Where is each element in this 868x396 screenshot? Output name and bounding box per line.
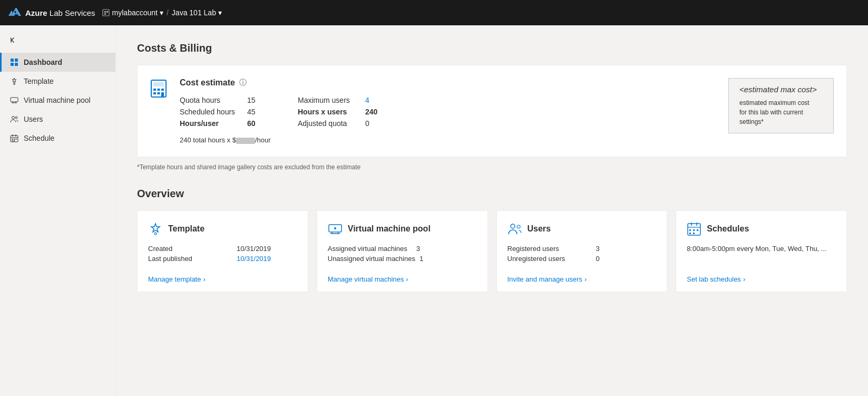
manage-template-link[interactable]: Manage template › — [148, 275, 297, 283]
users-icon — [10, 115, 18, 123]
top-navigation: Azure Lab Services mylabaccount ▾ / Java… — [0, 0, 868, 25]
vm-pool-card-icon — [328, 221, 343, 236]
unassigned-vms-value: 1 — [420, 255, 423, 263]
assigned-vms-value: 3 — [416, 245, 420, 253]
estimate-label: <estimated max cost> — [739, 85, 823, 94]
registered-users-row: Registered users 3 — [508, 245, 657, 253]
svg-rect-26 — [153, 82, 164, 86]
brand-azure: Azure — [25, 8, 47, 17]
schedules-card-body: 8:00am-5:00pm every Mon, Tue, Wed, Thu, … — [687, 245, 836, 265]
estimate-box: <estimated max cost> estimated maximum c… — [728, 78, 834, 133]
invite-users-link[interactable]: Invite and manage users › — [508, 275, 657, 283]
dashboard-icon — [10, 58, 18, 66]
manage-vms-link[interactable]: Manage virtual machines › — [328, 275, 477, 283]
svg-rect-27 — [153, 89, 156, 91]
max-users-value: 4 — [365, 96, 369, 104]
sidebar-label-template: Template — [24, 77, 54, 85]
scheduled-hours-label: Scheduled hours — [180, 108, 243, 116]
template-card-icon — [148, 221, 163, 236]
svg-rect-1 — [104, 11, 106, 13]
svg-rect-47 — [693, 229, 695, 231]
info-icon[interactable]: ⓘ — [239, 78, 247, 88]
account-dropdown-icon: ▾ — [160, 8, 163, 17]
lab-name: Java 101 Lab — [172, 8, 216, 17]
template-published-row: Last published 10/31/2019 — [148, 255, 297, 263]
unassigned-vms-row: Unassigned virtual machines 1 — [328, 255, 477, 263]
svg-point-8 — [14, 83, 15, 85]
price-placeholder — [236, 138, 255, 144]
breadcrumb: mylabaccount ▾ / Java 101 Lab ▾ — [102, 8, 222, 17]
sidebar-collapse-button[interactable] — [0, 32, 115, 53]
registered-users-value: 3 — [596, 245, 600, 253]
svg-rect-50 — [693, 233, 695, 234]
account-name: mylabaccount — [112, 8, 158, 17]
schedule-icon — [10, 134, 18, 142]
svg-rect-23 — [12, 140, 13, 141]
hours-per-user-row: Hours/user 60 — [180, 119, 285, 128]
scheduled-hours-row: Scheduled hours 45 — [180, 108, 285, 116]
adjusted-quota-label: Adjusted quota — [298, 119, 361, 128]
template-created-label: Created — [148, 245, 232, 253]
svg-rect-10 — [11, 98, 18, 102]
assigned-vms-label: Assigned virtual machines — [328, 245, 412, 253]
costs-billing-title: Costs & Billing — [137, 42, 847, 54]
sidebar-item-dashboard[interactable]: Dashboard — [0, 53, 115, 72]
template-icon — [10, 77, 18, 85]
template-card-body: Created 10/31/2019 Last published 10/31/… — [148, 245, 297, 265]
svg-rect-5 — [15, 59, 18, 62]
vm-pool-card-body: Assigned virtual machines 3 Unassigned v… — [328, 245, 477, 265]
overview-card-schedules[interactable]: Schedules 8:00am-5:00pm every Mon, Tue, … — [676, 210, 847, 292]
hours-x-users-label: Hours x users — [298, 108, 361, 116]
svg-rect-3 — [104, 13, 106, 15]
overview-card-users[interactable]: Users Registered users 3 Unregistered us… — [496, 210, 668, 292]
users-card-title: Users — [528, 224, 551, 234]
schedule-text: 8:00am-5:00pm every Mon, Tue, Wed, Thu, … — [687, 245, 836, 253]
account-nav-item[interactable]: mylabaccount ▾ — [102, 8, 163, 17]
svg-rect-7 — [15, 63, 18, 66]
chevron-right-icon: › — [406, 275, 408, 283]
hours-x-users-value: 240 — [365, 108, 377, 116]
sidebar-label-vm-pool: Virtual machine pool — [24, 96, 91, 104]
lab-nav-item[interactable]: Java 101 Lab ▾ — [172, 8, 222, 17]
svg-rect-6 — [11, 63, 14, 66]
sidebar-item-schedule[interactable]: Schedule — [0, 129, 115, 148]
overview-title: Overview — [137, 188, 847, 200]
chevron-right-icon: › — [203, 275, 205, 283]
svg-point-40 — [511, 224, 515, 228]
scheduled-hours-value: 45 — [247, 108, 256, 116]
quota-hours-label: Quota hours — [180, 96, 243, 104]
sidebar-item-vm-pool[interactable]: Virtual machine pool — [0, 91, 115, 110]
collapse-icon — [8, 36, 17, 44]
svg-point-39 — [334, 227, 336, 229]
main-content: Costs & Billing Cost estimate ⓘ — [116, 25, 868, 396]
quota-hours-value: 15 — [247, 96, 256, 104]
registered-users-label: Registered users — [508, 245, 592, 253]
svg-point-14 — [12, 117, 15, 119]
set-lab-schedules-link[interactable]: Set lab schedules › — [687, 275, 836, 283]
svg-rect-32 — [161, 92, 164, 96]
svg-rect-24 — [14, 140, 15, 141]
users-card-header: Users — [508, 221, 657, 236]
hours-x-users-row: Hours x users 240 — [298, 108, 403, 116]
cost-total: 240 total hours x $/hour — [180, 136, 703, 144]
hours-per-user-value: 60 — [247, 119, 256, 128]
vm-pool-card-header: Virtual machine pool — [328, 221, 477, 236]
sidebar: Dashboard Template Virtua — [0, 25, 116, 396]
svg-point-41 — [517, 225, 520, 228]
svg-point-15 — [15, 117, 17, 119]
template-created-row: Created 10/31/2019 — [148, 245, 297, 253]
cost-footnote: *Template hours and shared image gallery… — [137, 163, 847, 171]
overview-card-vm-pool[interactable]: Virtual machine pool Assigned virtual ma… — [317, 210, 488, 292]
estimate-desc: estimated maximum cost for this lab with… — [739, 98, 823, 127]
svg-rect-46 — [689, 229, 691, 231]
sidebar-item-users[interactable]: Users — [0, 110, 115, 129]
overview-card-template[interactable]: Template Created 10/31/2019 Last publish… — [137, 210, 308, 292]
schedules-card-icon — [687, 221, 701, 236]
hours-per-user-label: Hours/user — [180, 119, 243, 128]
azure-logo-icon — [8, 6, 21, 19]
svg-rect-48 — [697, 229, 698, 231]
lab-dropdown-icon: ▾ — [218, 8, 222, 17]
max-users-label: Maximum users — [298, 96, 361, 104]
svg-rect-29 — [161, 89, 164, 91]
sidebar-item-template[interactable]: Template — [0, 72, 115, 91]
